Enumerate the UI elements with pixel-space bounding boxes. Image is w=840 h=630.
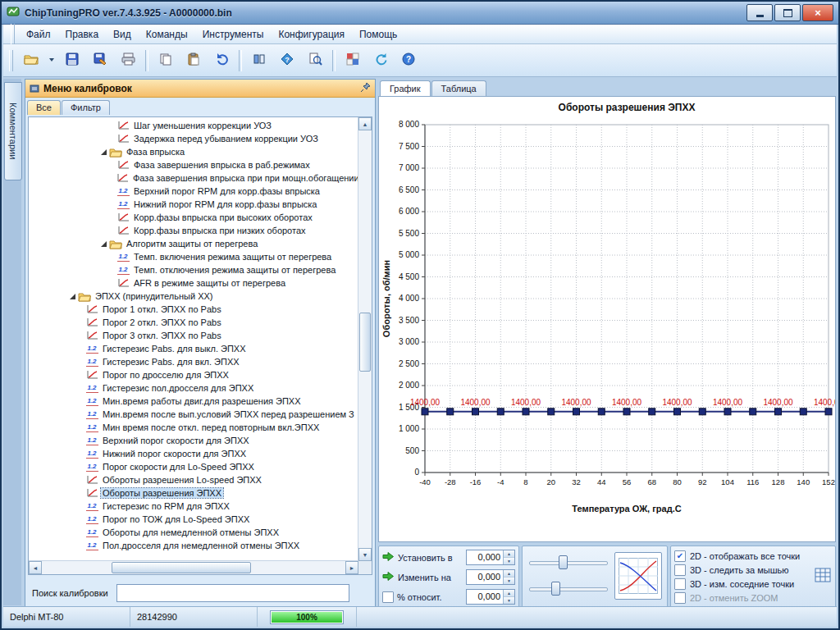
tree-item-label[interactable]: Нижний порог RPM для корр.фазы впрыска bbox=[132, 199, 319, 209]
tree-item[interactable]: 1.2Мин время после откл. перед повторным… bbox=[29, 421, 358, 434]
option-checkbox-row[interactable]: 2D - отменить ZOOM bbox=[674, 591, 810, 605]
percent-checkbox[interactable] bbox=[382, 591, 394, 603]
tree-item-label[interactable]: Задержка перед убыванием коррекции УОЗ bbox=[132, 134, 320, 144]
tree-item-label[interactable]: Мин.время после вып.условий ЭПХХ перед р… bbox=[101, 409, 356, 419]
scroll-down-button[interactable]: ▼ bbox=[358, 548, 372, 561]
spin-up-icon[interactable]: ▲ bbox=[504, 570, 514, 578]
tree-item-label[interactable]: Фаза завершения впрыска в раб.режимах bbox=[132, 160, 312, 170]
spin-down-icon[interactable]: ▼ bbox=[504, 578, 514, 584]
tree-item-label[interactable]: Алгоритм защиты от перегрева bbox=[125, 239, 259, 249]
spin-down-icon[interactable]: ▼ bbox=[504, 597, 514, 604]
menu-item[interactable]: Правка bbox=[58, 26, 107, 43]
menu-item[interactable]: Команды bbox=[139, 26, 195, 43]
tree-item[interactable]: Порог по дросселю для ЭПХХ bbox=[29, 368, 358, 381]
tree-item-label[interactable]: Фаза впрыска bbox=[125, 147, 186, 157]
tree-item[interactable]: AFR в режиме защиты от перегрева bbox=[29, 276, 358, 290]
title-bar[interactable]: ChipTuningPRO ver.7.4.3.925 - A0000000.b… bbox=[2, 2, 838, 25]
info-diamond-button[interactable]: ? bbox=[273, 48, 301, 74]
open-folder-button[interactable] bbox=[17, 48, 45, 74]
vertical-scroll-thumb[interactable] bbox=[359, 313, 371, 372]
tree-item-label[interactable]: Темп. отключения режима защиты от перегр… bbox=[132, 265, 337, 275]
tree-item[interactable]: 1.2Темп. отключения режима защиты от пер… bbox=[29, 263, 358, 276]
comments-tab[interactable]: Комментарии bbox=[4, 82, 22, 180]
tree-item[interactable]: 1.2Гистерезис по RPM для ЭПХХ bbox=[29, 500, 358, 513]
tab-all[interactable]: Все bbox=[27, 100, 61, 115]
tree-item-label[interactable]: Гистерезис Pabs. для вкл. ЭПХХ bbox=[101, 357, 241, 367]
help-button[interactable]: ? bbox=[395, 48, 422, 74]
slider-thumb[interactable] bbox=[559, 555, 568, 569]
undo-button[interactable] bbox=[208, 48, 235, 74]
tree-item[interactable]: 1.2Гистерезис пол.дросселя для ЭПХХ bbox=[29, 381, 358, 395]
horizontal-scroll-thumb[interactable] bbox=[112, 562, 252, 573]
change-value-spinner[interactable]: 0,000 ▲▼ bbox=[466, 569, 515, 585]
pin-icon[interactable] bbox=[360, 82, 371, 95]
scroll-right-button[interactable]: ► bbox=[345, 561, 358, 574]
tree-item-label[interactable]: Мин время после откл. перед повторным вк… bbox=[101, 422, 321, 432]
spin-down-icon[interactable]: ▼ bbox=[504, 558, 514, 564]
tree-item[interactable]: 1.2Мин.время работы двиг.для разрешения … bbox=[29, 395, 358, 408]
tree-item[interactable]: 1.2Пол.дросселя для немедленной отмены Э… bbox=[29, 539, 358, 552]
tree-item-label[interactable]: Порог по дросселю для ЭПХХ bbox=[101, 370, 231, 380]
tree-item-label[interactable]: Нижний порог скорости для ЭПХХ bbox=[101, 449, 248, 459]
tree-item[interactable]: 1.2Мин.время после вып.условий ЭПХХ пере… bbox=[29, 408, 358, 421]
tree-item[interactable]: Задержка перед убыванием коррекции УОЗ bbox=[29, 132, 358, 145]
scroll-left-button[interactable]: ◄ bbox=[29, 561, 42, 574]
option-checkbox-row[interactable]: 3D - следить за мышью bbox=[674, 563, 810, 577]
tree-item-label[interactable]: Порог 2 откл. ЭПХХ по Pabs bbox=[101, 317, 223, 327]
slider-1[interactable] bbox=[529, 555, 608, 569]
tree-item-label[interactable]: ЭПХХ (принудительный ХХ) bbox=[94, 291, 215, 301]
tree-vertical-scrollbar[interactable]: ▲ ▼ bbox=[358, 117, 372, 561]
checkbox-icon[interactable] bbox=[674, 564, 686, 576]
tree-item[interactable]: Порог 2 откл. ЭПХХ по Pabs bbox=[29, 316, 358, 329]
change-value-input[interactable]: 0,000 bbox=[467, 570, 503, 584]
tree-item-label[interactable]: Гистерезис по RPM для ЭПХХ bbox=[101, 501, 231, 511]
tree-item[interactable]: Обороты разрешения ЭПХХ bbox=[29, 486, 358, 500]
checkbox-icon[interactable] bbox=[674, 578, 686, 590]
minimize-button[interactable] bbox=[746, 4, 773, 21]
checkbox-checked-icon[interactable]: ✔ bbox=[674, 550, 686, 562]
copy-button[interactable] bbox=[152, 48, 180, 74]
save-button[interactable] bbox=[58, 48, 86, 74]
tree-item[interactable]: 1.2Нижний порог RPM для корр.фазы впрыск… bbox=[29, 198, 358, 211]
tree-item[interactable]: Порог 1 откл. ЭПХХ по Pabs bbox=[29, 303, 358, 316]
expand-arrow-icon[interactable] bbox=[101, 241, 107, 247]
panel-header[interactable]: Меню калибровок bbox=[25, 80, 375, 98]
save-edit-button[interactable] bbox=[86, 48, 114, 74]
scroll-up-button[interactable]: ▲ bbox=[358, 117, 372, 130]
tree-item[interactable]: Корр.фазы впрыска при высоких оборотах bbox=[29, 211, 358, 224]
expand-arrow-icon[interactable] bbox=[70, 294, 75, 299]
tab-graph[interactable]: График bbox=[380, 80, 431, 96]
tree-item[interactable]: 1.2Темп. включения режима защиты от пере… bbox=[29, 250, 358, 263]
tree-item-label[interactable]: Обороты для немедленной отмены ЭПХХ bbox=[101, 527, 281, 537]
tree-item[interactable]: 1.2Гистерезис Pabs. для выкл. ЭПХХ bbox=[29, 342, 358, 355]
search-doc-button[interactable] bbox=[301, 48, 329, 74]
tree-item-label[interactable]: Порог по ТОЖ для Lo-Speed ЭПХХ bbox=[101, 514, 251, 524]
tree-item-label[interactable]: Обороты разрешения ЭПХХ bbox=[101, 488, 223, 498]
tree-item[interactable]: 1.2Порог по ТОЖ для Lo-Speed ЭПХХ bbox=[29, 513, 358, 526]
tree-item-label[interactable]: Верхний порог скорости для ЭПХХ bbox=[101, 436, 251, 445]
menu-item[interactable]: Вид bbox=[106, 26, 139, 43]
search-input[interactable] bbox=[116, 584, 349, 602]
tree-item[interactable]: Порог 3 откл. ЭПХХ по Pabs bbox=[29, 329, 358, 342]
tab-filter[interactable]: Фильтр bbox=[62, 100, 110, 115]
menu-item[interactable]: Файл bbox=[19, 26, 58, 43]
tree-item[interactable]: 1.2Нижний порог скорости для ЭПХХ bbox=[29, 447, 358, 460]
tree-item-label[interactable]: Порог 3 откл. ЭПХХ по Pabs bbox=[101, 331, 223, 340]
compare-button[interactable] bbox=[245, 48, 273, 74]
menu-item[interactable]: Инструменты bbox=[195, 26, 272, 43]
tree-item[interactable]: 1.2Верхний порог RPM для корр.фазы впрыс… bbox=[29, 185, 358, 198]
dropdown-arrow-button[interactable] bbox=[45, 48, 58, 74]
tree-item[interactable]: 1.2Порог скорости для Lo-Speed ЭПХХ bbox=[29, 460, 358, 473]
spin-up-icon[interactable]: ▲ bbox=[504, 550, 514, 558]
tree-item[interactable]: Фаза завершения впрыска в раб.режимах bbox=[29, 158, 358, 171]
tree-item-label[interactable]: Гистерезис Pabs. для выкл. ЭПХХ bbox=[101, 344, 248, 354]
tree-folder[interactable]: Алгоритм защиты от перегрева bbox=[29, 237, 358, 250]
tab-table[interactable]: Таблица bbox=[431, 80, 486, 96]
tree-folder[interactable]: ЭПХХ (принудительный ХХ) bbox=[29, 290, 358, 303]
tree-item-label[interactable]: Темп. включения режима защиты от перегре… bbox=[132, 252, 333, 262]
tree-item-label[interactable]: Верхний порог RPM для корр.фазы впрыска bbox=[132, 186, 322, 196]
slider-2[interactable] bbox=[529, 581, 608, 596]
tree-item[interactable]: 1.2Гистерезис Pabs. для вкл. ЭПХХ bbox=[29, 355, 358, 368]
print-button[interactable] bbox=[114, 48, 142, 74]
tree-item-label[interactable]: Пол.дросселя для немедленной отмены ЭПХХ bbox=[101, 541, 301, 550]
